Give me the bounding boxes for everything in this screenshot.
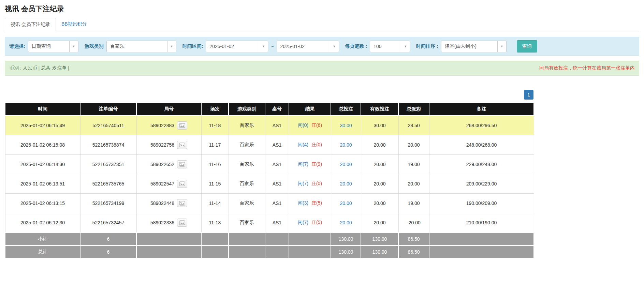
page-size-value: 100 [370,41,401,52]
cell-valid-bet: 20.00 [361,155,398,174]
cell-table-no: AS1 [265,194,289,213]
cell-total-bet: 30.00 [331,116,361,135]
page-container: 视讯 会员下注纪录 视讯 会员下注纪录 BB视讯积分 请选择: 日期查询 ▼ 游… [0,0,644,269]
date-from-dropdown[interactable]: 2025-01-02 ▼ [206,41,268,52]
replay-video-icon[interactable] [177,121,187,130]
cell-bet-id: 522165740511 [80,116,136,135]
chevron-down-icon: ▼ [69,41,78,52]
total-total-bet: 130.00 [331,245,361,258]
cell-session: 11-14 [201,194,229,213]
chevron-down-icon: ▼ [167,41,176,52]
header-table-no: 桌号 [265,103,289,116]
currency-total-text: 币别 : 人民币 | 总共 :6 注单 | [9,65,69,71]
total-bet-link[interactable]: 20.00 [340,162,352,167]
cell-game-type: 百家乐 [229,174,265,194]
date-from-value: 2025-01-02 [206,41,259,52]
cell-game-type: 百家乐 [229,213,265,233]
subtotal-row: 小计 6 130.00 130.00 86.50 [5,233,534,245]
cell-total-bet: 20.00 [331,174,361,194]
cell-valid-bet: 20.00 [361,194,398,213]
select-type-label: 请选择: [9,43,25,49]
result-banker: 庄(0) [311,181,322,186]
table-row: 2025-01-02 06:13:51 522165735765 5890225… [5,174,534,194]
result-player: 闲(7) [298,181,308,186]
header-game-type: 游戏类别 [229,103,265,116]
total-row: 总计 6 130.00 130.00 86.50 [5,245,534,258]
betting-records-table: 时间 注单编号 局号 场次 游戏类别 桌号 结果 总投注 有效投注 总派彩 备注… [5,102,534,259]
table-header-row: 时间 注单编号 局号 场次 游戏类别 桌号 结果 总投注 有效投注 总派彩 备注 [5,103,534,116]
cell-total-bet: 20.00 [331,194,361,213]
page-title: 视讯 会员下注纪录 [5,3,639,17]
query-type-value: 日期查询 [28,41,69,52]
subtotal-total-bet: 130.00 [331,233,361,245]
chevron-down-icon: ▼ [259,41,268,52]
table-row: 2025-01-02 06:15:08 522165738874 5890227… [5,135,534,155]
replay-video-icon[interactable] [177,160,187,168]
cell-bet-id: 522165738874 [80,135,136,155]
page-size-dropdown[interactable]: 100 ▼ [370,41,410,52]
cell-session: 11-13 [201,213,229,233]
cell-result: 闲(7) 庄(9) [289,155,331,174]
cell-round-id: 589022547 [136,174,201,194]
result-banker: 庄(5) [311,220,322,225]
chevron-down-icon: ▼ [330,41,339,52]
game-type-dropdown[interactable]: 百家乐 ▼ [106,41,176,52]
total-payout: 86.50 [398,245,429,258]
query-type-dropdown[interactable]: 日期查询 ▼ [28,41,78,52]
replay-video-icon[interactable] [177,219,187,227]
header-round-id: 局号 [136,103,201,116]
cell-valid-bet: 20.00 [361,174,398,194]
total-bet-link[interactable]: 20.00 [340,181,352,187]
date-to-dropdown[interactable]: 2025-01-02 ▼ [277,41,339,52]
cell-game-type: 百家乐 [229,116,265,135]
tab-bb-video-points[interactable]: BB视讯积分 [56,18,92,31]
round-id-value: 589022652 [150,162,174,167]
cell-round-id: 589022448 [136,194,201,213]
replay-video-icon[interactable] [177,141,187,149]
total-bet-link[interactable]: 20.00 [340,142,352,148]
table-row: 2025-01-02 06:13:15 522165734199 5890224… [5,194,534,213]
header-note: 备注 [429,103,534,116]
chevron-down-icon: ▼ [401,41,410,52]
game-type-value: 百家乐 [107,41,167,52]
total-bet-link[interactable]: 20.00 [340,220,352,225]
result-player: 闲(7) [298,220,308,225]
tab-betting-records[interactable]: 视讯 会员下注纪录 [5,18,56,31]
round-id-value: 589022336 [150,220,174,225]
cell-table-no: AS1 [265,213,289,233]
cell-time: 2025-01-02 06:12:30 [5,213,80,233]
cell-game-type: 百家乐 [229,155,265,174]
game-type-label: 游戏类别 [85,43,104,49]
total-bet-link[interactable]: 20.00 [340,200,352,206]
total-bet-link[interactable]: 30.00 [340,123,352,128]
pagination: 1 [5,90,533,100]
cell-table-no: AS1 [265,135,289,155]
cell-payout: 28.50 [398,116,429,135]
subtotal-valid-bet: 130.00 [361,233,398,245]
result-player: 闲(3) [298,200,308,206]
filter-bar: 请选择: 日期查询 ▼ 游戏类别 百家乐 ▼ 时间区间: 2025-01-02 … [5,37,639,56]
cell-time: 2025-01-02 06:14:30 [5,155,80,174]
cell-table-no: AS1 [265,116,289,135]
table-row: 2025-01-02 06:15:49 522165740511 5890228… [5,116,534,135]
result-banker: 庄(6) [311,122,322,128]
cell-result: 闲(4) 庄(0) [289,135,331,155]
cell-note: 209.00/229.00 [429,174,534,194]
cell-total-bet: 20.00 [331,155,361,174]
sort-order-label: 时间排序 : [416,43,438,49]
search-button[interactable]: 查询 [517,40,537,53]
result-player: 闲(4) [298,142,308,147]
cell-total-bet: 20.00 [331,135,361,155]
sort-order-dropdown[interactable]: 降幂(由大到小) ▼ [441,41,507,52]
replay-video-icon[interactable] [177,180,187,188]
header-valid-bet: 有效投注 [361,103,398,116]
cell-payout: -20.00 [398,213,429,233]
cell-result: 闲(0) 庄(6) [289,116,331,135]
header-bet-id: 注单编号 [80,103,136,116]
cell-round-id: 589022756 [136,135,201,155]
header-total-bet: 总投注 [331,103,361,116]
cell-payout: 20.00 [398,174,429,194]
replay-video-icon[interactable] [177,199,187,207]
pagination-page-1[interactable]: 1 [524,90,533,100]
header-payout: 总派彩 [398,103,429,116]
